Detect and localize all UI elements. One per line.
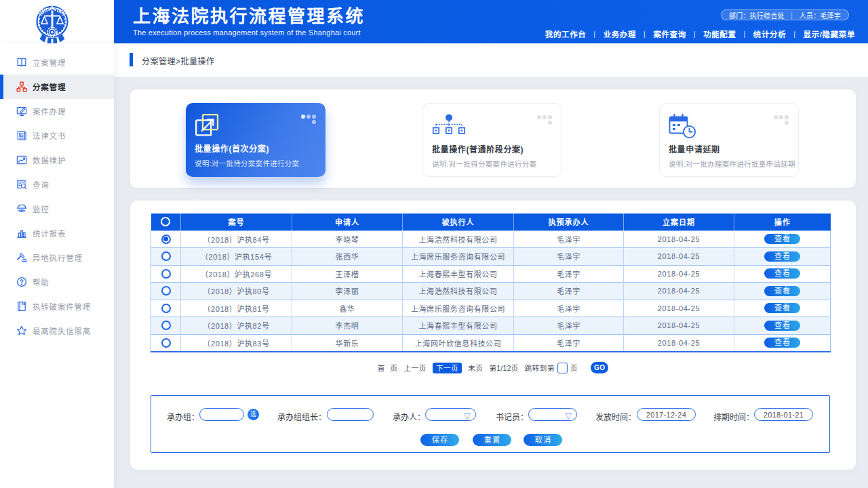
cell-applicant: 鑫华 [292,300,403,317]
group-leader-input[interactable] [327,408,374,421]
sidebar-item-query[interactable]: 查询 [0,172,114,197]
table-row: （2018）沪执83号 华新乐 上海网叶欣信息科技公司 毛泽宇 2018-04-… [151,334,831,352]
schedule-date-input[interactable] [754,408,813,421]
view-button[interactable]: 查看 [764,338,800,348]
sidebar-item-case-filing[interactable]: 立案管理 [0,50,114,75]
card-batch-stage-assign[interactable]: 批量操作(普通阶段分案) 说明:对一批待分案案件进行分案 [422,103,562,177]
pagination-last[interactable]: 末页 [468,363,483,373]
card-description: 说明:对一批待分案案件进行分案 [195,158,299,168]
cell-filing-date: 2018-04-25 [624,283,734,300]
assignment-form: 承办组： 选 承办组组长： 承办人： ▽ 书记员： ▽ 发放时间： 排期时间： … [151,395,830,453]
nav-item-toggle-menu[interactable]: 显示/隐藏菜单 [804,28,855,39]
cell-pre-handler: 毛泽宇 [514,248,624,266]
nav-separator: | [793,30,795,38]
app-header: 上海法院执行流程管理系统 The execution process manag… [0,0,868,43]
cell-case-no: （2018）沪执154号 [181,248,292,266]
cell-applicant: 李晓琴 [292,230,403,248]
cell-filing-date: 2018-04-25 [624,265,734,283]
jump-page-input[interactable] [557,363,568,373]
row-radio[interactable] [161,286,171,296]
nav-separator: | [744,30,746,38]
handler-select[interactable]: ▽ [425,408,476,421]
table-panel: 案号 申请人 被执行人 执预承办人 立案日期 操作 （2018）沪执84号 李晓… [130,201,856,470]
row-radio[interactable] [161,251,171,261]
table-row: （2018）沪执84号 李晓琴 上海浩然科技有限公司 毛泽宇 2018-04-2… [151,230,831,248]
sidebar-item-legal-documents[interactable]: 法律文书 [0,123,114,148]
sidebar-item-case-handling[interactable]: 案件办理 [0,99,114,123]
sidebar-item-statistics-report[interactable]: 统计报表 [0,221,114,245]
clerk-select[interactable]: ▽ [528,408,577,421]
header-radio[interactable] [161,217,170,226]
cell-respondent: 上海春熙丰型有限公司 [403,265,514,283]
calendar-clock-icon [669,114,697,140]
sidebar-item-monitoring[interactable]: 监控 [0,197,114,221]
sidebar-item-remote-execution[interactable]: 异地执行管理 [0,245,114,270]
view-button[interactable]: 查看 [764,286,800,296]
cell-filing-date: 2018-04-25 [624,248,734,266]
cell-pre-handler: 毛泽宇 [514,230,624,248]
issue-date-input[interactable] [637,408,696,421]
view-button[interactable]: 查看 [764,251,800,262]
view-button[interactable]: 查看 [764,234,800,244]
sidebar-item-dishonesty-restriction[interactable]: 最高院失信限高 [0,319,114,343]
handler-label: 承办人： [393,411,425,422]
sidebar-item-bankruptcy-transfer[interactable]: 执转破案件管理 [0,294,114,319]
notebook-icon [16,301,27,312]
sidebar-item-label: 统计报表 [33,228,66,239]
person-label: 人员：毛泽宇 [800,10,841,20]
view-button[interactable]: 查看 [764,268,800,279]
sidebar-item-label: 查询 [33,179,50,190]
row-radio[interactable] [161,269,171,279]
breadcrumb-accent-bar [130,53,133,66]
row-radio[interactable] [161,338,171,348]
cell-respondent: 上海席乐服务咨询有限公司 [403,300,514,317]
clerk-label: 书记员： [496,411,528,422]
nav-item-function-config[interactable]: 功能配置 [703,28,736,39]
group-input[interactable] [199,408,244,421]
row-radio[interactable] [161,304,171,313]
sidebar-item-data-maintenance[interactable]: 数据维护 [0,148,114,172]
sidebar-item-label: 最高院失信限高 [33,325,91,336]
card-description: 说明:对一批办理案件进行批量申请延期 [669,159,795,169]
nav-item-statistics[interactable]: 统计分析 [753,28,786,39]
screen: 上海法院执行流程管理系统 The execution process manag… [0,0,868,488]
sidebar-item-label: 法律文书 [33,130,66,141]
sidebar-item-label: 帮助 [33,277,50,287]
column-header-applicant: 申请人 [292,214,403,230]
pagination-prev[interactable]: 上一页 [404,363,427,373]
breadcrumb: 分案管理>批量操作 [142,55,215,66]
view-button[interactable]: 查看 [764,321,800,331]
pagination-jump-prefix: 跳转到第 [525,363,555,373]
sidebar-item-label: 数据维护 [33,155,66,165]
nav-item-workbench[interactable]: 我的工作台 [545,28,587,39]
reset-button[interactable]: 重置 [473,434,511,446]
nav-item-case-query[interactable]: 案件查询 [653,28,686,39]
card-batch-delay-request[interactable]: 批量申请延期 说明:对一批办理案件进行批量申请延期 [659,103,799,177]
sidebar-item-help[interactable]: 帮助 [0,270,114,294]
table-row: （2018）沪执154号 张西华 上海席乐服务咨询有限公司 毛泽宇 2018-0… [151,248,831,266]
row-radio[interactable] [161,235,171,244]
pagination-next[interactable]: 下一页 [433,363,462,373]
pagination-first[interactable]: 首 页 [378,363,398,373]
department-label: 部门：执行综合处 [729,10,785,20]
go-button[interactable]: GO [591,362,608,373]
row-radio[interactable] [161,321,171,330]
view-button[interactable]: 查看 [764,303,800,313]
case-table: 案号 申请人 被执行人 执预承办人 立案日期 操作 （2018）沪执84号 李晓… [151,214,831,352]
cell-respondent: 上海席乐服务咨询有限公司 [403,248,514,266]
cell-case-no: （2018）沪执80号 [181,283,292,300]
dropdown-arrow-icon: ▽ [565,411,572,421]
card-batch-first-assign[interactable]: 批量操作(首次分案) 说明:对一批待分案案件进行分案 [186,103,326,177]
cancel-button[interactable]: 取消 [524,434,562,446]
dropdown-arrow-icon: ▽ [464,411,471,421]
nav-separator: | [644,30,646,38]
save-button[interactable]: 保存 [420,434,459,446]
group-pick-button[interactable]: 选 [248,409,259,420]
gavel-icon [16,252,27,263]
nav-item-business[interactable]: 业务办理 [604,28,636,39]
search-doc-icon [16,179,27,190]
cell-case-no: （2018）沪执84号 [181,230,292,248]
sidebar-item-case-assignment[interactable]: 分案管理 [0,75,114,99]
help-icon [16,277,27,287]
cell-filing-date: 2018-04-25 [624,230,734,248]
